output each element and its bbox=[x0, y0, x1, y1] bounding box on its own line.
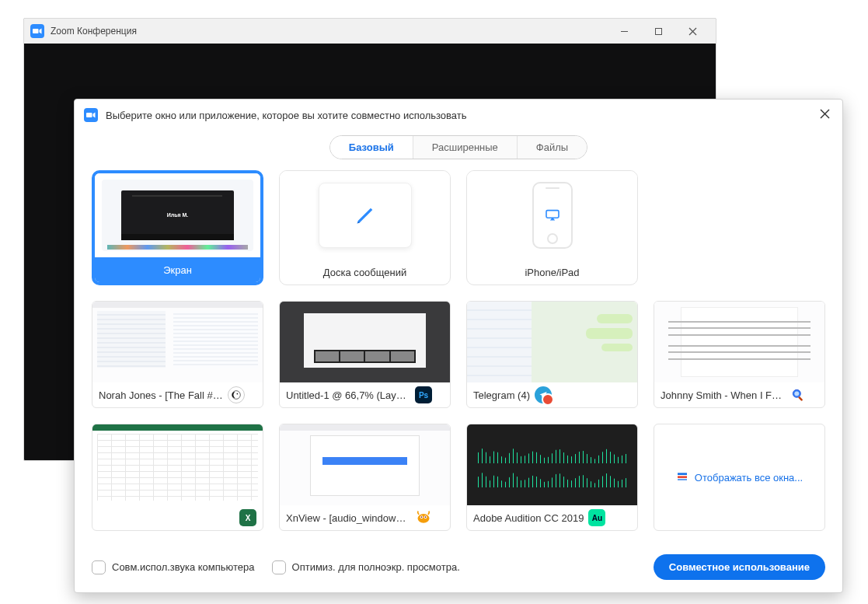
back-titlebar: Zoom Конференция bbox=[24, 19, 716, 44]
photoshop-icon: Ps bbox=[415, 386, 432, 403]
share-window-foobar[interactable]: Norah Jones - [The Fall #07] It's G... bbox=[92, 301, 263, 408]
card-label: iPhone/iPad bbox=[467, 260, 637, 285]
foobar-icon bbox=[228, 386, 245, 403]
card-label: Johnny Smith - When I Fall In Lov... bbox=[661, 389, 785, 401]
share-option-iphone-ipad[interactable]: iPhone/iPad bbox=[466, 170, 638, 285]
checkbox-label: Оптимиз. для полноэкр. просмотра. bbox=[292, 561, 460, 573]
screen-thumb: Илья М. bbox=[95, 173, 260, 257]
tab-files[interactable]: Файлы bbox=[518, 136, 587, 159]
tab-advanced[interactable]: Расширенные bbox=[413, 136, 518, 159]
zoom-app-icon bbox=[30, 24, 44, 38]
svg-rect-19 bbox=[678, 473, 687, 475]
excel-icon: X bbox=[239, 509, 256, 526]
tab-basic[interactable]: Базовый bbox=[330, 136, 413, 159]
whiteboard-icon bbox=[319, 183, 412, 248]
svg-rect-2 bbox=[655, 28, 661, 34]
dialog-footer: Совм.испол.звука компьютера Оптимиз. для… bbox=[75, 545, 842, 592]
xnview-icon bbox=[415, 509, 432, 526]
close-icon[interactable] bbox=[817, 105, 833, 125]
svg-point-14 bbox=[418, 514, 430, 523]
participant-name: Илья М. bbox=[167, 212, 189, 218]
share-option-whiteboard[interactable]: Доска сообщений bbox=[279, 170, 451, 285]
share-targets-grid: Илья М. Экран Доска сообщений bbox=[92, 170, 825, 531]
magnifier-icon bbox=[790, 386, 807, 403]
audition-icon: Au bbox=[588, 509, 605, 526]
back-window-title: Zoom Конференция bbox=[51, 26, 137, 37]
card-label: XnView - [audio_windows_2.png] bbox=[286, 512, 410, 524]
svg-rect-20 bbox=[678, 476, 687, 478]
checkbox-icon bbox=[272, 560, 286, 574]
share-window-audition[interactable]: Adobe Audition CC 2019 Au bbox=[466, 424, 638, 531]
checkbox-label: Совм.испол.звука компьютера bbox=[112, 561, 255, 573]
telegram-icon bbox=[535, 386, 552, 403]
maximize-button[interactable] bbox=[641, 20, 675, 42]
svg-rect-5 bbox=[86, 113, 92, 117]
share-selection-dialog: Выберите окно или приложение, которое вы… bbox=[74, 99, 843, 593]
checkbox-optimize-fullscreen[interactable]: Оптимиз. для полноэкр. просмотра. bbox=[272, 560, 460, 574]
svg-point-17 bbox=[421, 516, 423, 518]
card-label: Untitled-1 @ 66,7% (Layer 1, RGB... bbox=[286, 389, 410, 401]
close-button[interactable] bbox=[675, 20, 709, 42]
zoom-app-icon bbox=[84, 108, 98, 122]
phone-icon bbox=[532, 182, 573, 249]
share-window-xnview[interactable]: XnView - [audio_windows_2.png] bbox=[279, 424, 451, 531]
card-label: Доска сообщений bbox=[280, 260, 450, 285]
svg-rect-0 bbox=[33, 29, 39, 33]
svg-rect-8 bbox=[546, 211, 559, 218]
share-window-photoshop[interactable]: Untitled-1 @ 66,7% (Layer 1, RGB... Ps bbox=[279, 301, 451, 408]
card-label: Telegram (4) bbox=[473, 389, 530, 401]
card-label: Norah Jones - [The Fall #07] It's G... bbox=[99, 389, 223, 401]
svg-point-12 bbox=[794, 391, 799, 396]
share-window-scoreviewer[interactable]: Johnny Smith - When I Fall In Lov... bbox=[654, 301, 825, 408]
share-window-telegram[interactable]: Telegram (4) bbox=[466, 301, 638, 408]
minimize-button[interactable] bbox=[607, 20, 641, 42]
show-all-label: Отображать все окна... bbox=[695, 472, 803, 484]
svg-point-10 bbox=[237, 393, 239, 395]
share-window-excel[interactable]: X bbox=[92, 424, 263, 531]
share-option-screen[interactable]: Илья М. Экран bbox=[92, 170, 263, 285]
checkbox-icon bbox=[92, 560, 106, 574]
share-button[interactable]: Совместное использование bbox=[654, 554, 825, 580]
svg-point-18 bbox=[425, 516, 427, 518]
dialog-title: Выберите окно или приложение, которое вы… bbox=[106, 110, 467, 121]
card-label: Adobe Audition CC 2019 bbox=[473, 512, 584, 524]
share-tabs: Базовый Расширенные Файлы bbox=[75, 131, 842, 170]
card-label: Экран bbox=[95, 257, 260, 282]
share-show-all-windows[interactable]: Отображать все окна... bbox=[654, 424, 825, 531]
stack-icon bbox=[676, 471, 688, 484]
svg-rect-21 bbox=[678, 479, 687, 480]
checkbox-share-audio[interactable]: Совм.испол.звука компьютера bbox=[92, 560, 255, 574]
svg-rect-13 bbox=[798, 396, 803, 401]
